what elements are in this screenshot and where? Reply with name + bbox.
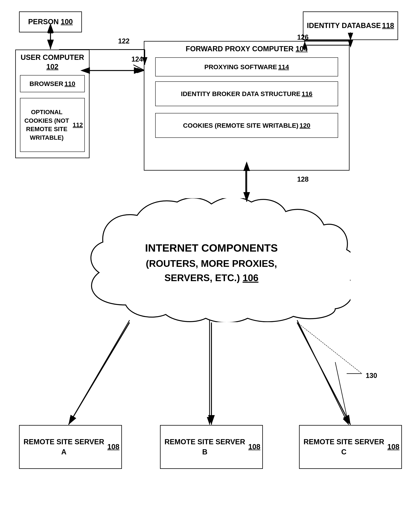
- svg-text:(ROUTERS, MORE PROXIES,: (ROUTERS, MORE PROXIES,: [146, 258, 277, 269]
- server-c-box: REMOTE SITE SERVER C 108: [299, 425, 402, 469]
- internet-cloud-svg: INTERNET COMPONENTS (ROUTERS, MORE PROXI…: [72, 198, 350, 322]
- internet-serverC-arrow: [297, 320, 348, 425]
- internet-serverA-arrow: [69, 320, 129, 425]
- identity-broker-box: IDENTITY BROKER DATA STRUCTURE 116: [155, 82, 338, 106]
- person-label: PERSON 100: [28, 17, 73, 26]
- server-b-box: REMOTE SITE SERVER B 108: [160, 425, 263, 469]
- internet-serverA-line: [69, 322, 129, 425]
- label130-bracket: [297, 322, 362, 374]
- diagram: PERSON 100 USER COMPUTER 102 BROWSER 110…: [0, 0, 420, 523]
- browser-box: BROWSER 110: [20, 75, 85, 92]
- label-124: 124: [131, 55, 143, 63]
- label-126: 126: [297, 33, 308, 41]
- label-130: 130: [366, 372, 377, 380]
- identity-db-box: IDENTITY DATABASE 118: [303, 11, 398, 40]
- internet-serverC-line: [297, 322, 350, 425]
- label-130-line: [335, 362, 348, 425]
- svg-text:INTERNET COMPONENTS: INTERNET COMPONENTS: [145, 242, 278, 254]
- proxying-software-box: PROXYING SOFTWARE 114: [155, 57, 338, 76]
- server-a-box: REMOTE SITE SERVER A 108: [19, 425, 122, 469]
- cookies-remote-box: COOKIES (REMOTE SITE WRITABLE) 120: [155, 113, 338, 138]
- label-122: 122: [118, 37, 129, 45]
- person-box: PERSON 100: [19, 11, 82, 33]
- forward-proxy-label: FORWARD PROXY COMPUTER 104: [147, 44, 346, 54]
- user-computer-box: USER COMPUTER 102 BROWSER 110 OPTIONAL C…: [15, 49, 89, 158]
- label-128: 128: [297, 175, 308, 183]
- forward-proxy-box: FORWARD PROXY COMPUTER 104 PROXYING SOFT…: [144, 41, 349, 171]
- user-computer-label: USER COMPUTER 102: [18, 53, 86, 72]
- line-122b: [133, 65, 145, 71]
- svg-text:SERVERS, ETC.)
      106: SERVERS, ETC.) 106: [164, 273, 258, 283]
- optional-cookies-box: OPTIONAL COOKIES (NOT REMOTE SITE WRITAB…: [20, 98, 85, 152]
